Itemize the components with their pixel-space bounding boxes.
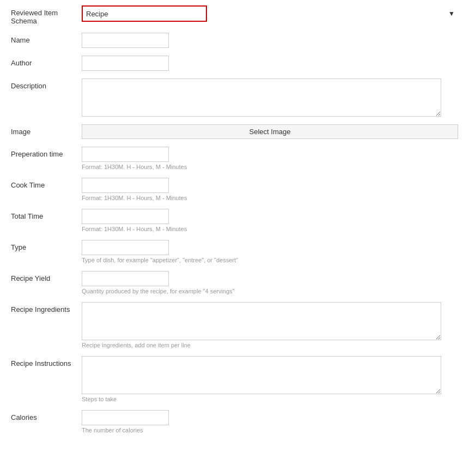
- type-hint: Type of dish, for example "appetizer", "…: [82, 257, 458, 263]
- image-label: Image: [11, 124, 82, 136]
- preparation-time-label: Preperation time: [11, 147, 82, 158]
- recipe-instructions-label: Recipe Instructions: [11, 356, 82, 367]
- recipe-yield-hint: Quantity produced by the recipe, for exa…: [82, 288, 458, 294]
- total-time-input[interactable]: [82, 209, 169, 224]
- preparation-time-wrap: Format: 1H30M. H - Hours, M - Minutes: [82, 147, 458, 170]
- recipe-ingredients-row: Recipe Ingredients Recipe ingredients, a…: [11, 302, 458, 348]
- cook-time-wrap: Format: 1H30M. H - Hours, M - Minutes: [82, 178, 458, 201]
- recipe-ingredients-hint: Recipe ingredients, add one item per lin…: [82, 342, 458, 348]
- name-input[interactable]: [82, 33, 169, 48]
- calories-hint: The number of calories: [82, 427, 458, 433]
- preparation-time-hint: Format: 1H30M. H - Hours, M - Minutes: [82, 164, 458, 170]
- reviewed-item-schema-row: Reviewed Item Schema Recipe Article Prod…: [11, 5, 458, 25]
- description-row: Description: [11, 79, 458, 117]
- calories-label: Calories: [11, 410, 82, 421]
- recipe-instructions-textarea[interactable]: [82, 356, 441, 394]
- reviewed-item-schema-wrap: Recipe Article Product Event Organizatio…: [82, 5, 458, 22]
- type-input[interactable]: [82, 240, 169, 255]
- reviewed-item-schema-label: Reviewed Item Schema: [11, 5, 82, 25]
- author-wrap: [82, 56, 458, 71]
- total-time-hint: Format: 1H30M. H - Hours, M - Minutes: [82, 226, 458, 232]
- cook-time-hint: Format: 1H30M. H - Hours, M - Minutes: [82, 195, 458, 201]
- description-label: Description: [11, 79, 82, 90]
- recipe-yield-label: Recipe Yield: [11, 271, 82, 282]
- recipe-yield-row: Recipe Yield Quantity produced by the re…: [11, 271, 458, 294]
- recipe-ingredients-textarea[interactable]: [82, 302, 441, 340]
- total-time-label: Total Time: [11, 209, 82, 220]
- description-textarea[interactable]: [82, 79, 441, 117]
- cook-time-label: Cook Time: [11, 178, 82, 189]
- name-wrap: [82, 33, 458, 48]
- name-label: Name: [11, 33, 82, 44]
- recipe-yield-input[interactable]: [82, 271, 169, 286]
- image-row: Image Select Image: [11, 124, 458, 139]
- select-arrow-icon: ▼: [448, 10, 455, 17]
- author-input[interactable]: [82, 56, 169, 71]
- cook-time-row: Cook Time Format: 1H30M. H - Hours, M - …: [11, 178, 458, 201]
- author-label: Author: [11, 56, 82, 67]
- image-wrap: Select Image: [82, 124, 458, 139]
- calories-wrap: The number of calories: [82, 410, 458, 433]
- type-wrap: Type of dish, for example "appetizer", "…: [82, 240, 458, 263]
- cook-time-input[interactable]: [82, 178, 169, 193]
- type-row: Type Type of dish, for example "appetize…: [11, 240, 458, 263]
- preparation-time-input[interactable]: [82, 147, 169, 162]
- calories-input[interactable]: [82, 410, 169, 425]
- preparation-time-row: Preperation time Format: 1H30M. H - Hour…: [11, 147, 458, 170]
- recipe-instructions-row: Recipe Instructions Steps to take: [11, 356, 458, 402]
- total-time-row: Total Time Format: 1H30M. H - Hours, M -…: [11, 209, 458, 232]
- calories-row: Calories The number of calories: [11, 410, 458, 433]
- schema-select[interactable]: Recipe Article Product Event Organizatio…: [82, 5, 207, 22]
- select-image-button[interactable]: Select Image: [82, 124, 458, 139]
- schema-select-wrapper: Recipe Article Product Event Organizatio…: [82, 5, 458, 22]
- total-time-wrap: Format: 1H30M. H - Hours, M - Minutes: [82, 209, 458, 232]
- name-row: Name: [11, 33, 458, 48]
- description-wrap: [82, 79, 458, 117]
- recipe-instructions-hint: Steps to take: [82, 396, 458, 402]
- type-label: Type: [11, 240, 82, 251]
- recipe-yield-wrap: Quantity produced by the recipe, for exa…: [82, 271, 458, 294]
- author-row: Author: [11, 56, 458, 71]
- recipe-instructions-wrap: Steps to take: [82, 356, 458, 402]
- recipe-ingredients-wrap: Recipe ingredients, add one item per lin…: [82, 302, 458, 348]
- recipe-ingredients-label: Recipe Ingredients: [11, 302, 82, 314]
